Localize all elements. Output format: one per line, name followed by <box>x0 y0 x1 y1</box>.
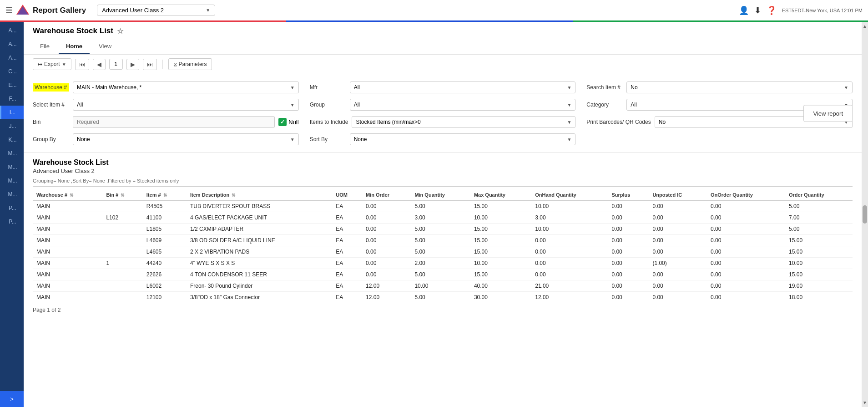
col-max-qty[interactable]: Max Quantity <box>470 189 531 201</box>
table-cell: 3/8"OD x 18" Gas Connector <box>187 292 332 303</box>
scroll-up-icon[interactable]: ▲ <box>863 24 867 29</box>
sidebar-item-j[interactable]: J... <box>0 119 24 133</box>
sidebar: A... A... A... C... E... F... I... J... … <box>0 22 24 407</box>
right-scrollbar[interactable]: ▲ ▼ <box>862 22 868 407</box>
last-page-button[interactable]: ⏭ <box>143 59 157 70</box>
table-row: MAINR4505TUB DIVERTER SPOUT BRASSEA0.005… <box>33 201 853 212</box>
table-cell: 19.00 <box>785 280 853 292</box>
bin-input[interactable] <box>73 116 275 128</box>
col-order-qty[interactable]: Order Quantity <box>785 189 853 201</box>
sort-by-select[interactable]: None ▼ <box>350 133 576 145</box>
table-cell: 44240 <box>143 258 187 269</box>
next-page-button[interactable]: ▶ <box>126 59 139 70</box>
table-cell: 15.00 <box>785 269 853 280</box>
scroll-down-icon[interactable]: ▼ <box>863 400 867 405</box>
sidebar-item-a1[interactable]: A... <box>0 24 24 37</box>
sidebar-item-m2[interactable]: M... <box>0 160 24 174</box>
first-page-button[interactable]: ⏮ <box>75 59 89 70</box>
col-uom[interactable]: UOM <box>332 189 362 201</box>
tab-view[interactable]: View <box>91 39 119 54</box>
col-description[interactable]: Item Description ⇅ <box>187 189 332 201</box>
group-select[interactable]: All ▼ <box>350 99 576 111</box>
sidebar-item-a3[interactable]: A... <box>0 51 24 65</box>
parameters-button[interactable]: ⧖ Parameters <box>168 58 212 70</box>
tab-home[interactable]: Home <box>59 39 90 54</box>
col-onorder[interactable]: OnOrder Quantity <box>707 189 785 201</box>
col-bin[interactable]: Bin # ⇅ <box>102 189 142 201</box>
sidebar-item-c[interactable]: C... <box>0 65 24 78</box>
help-icon[interactable]: ❓ <box>767 5 777 15</box>
warehouse-param: Warehouse # MAIN - Main Warehouse, * ▼ <box>33 81 299 93</box>
select-item-select[interactable]: All ▼ <box>73 99 299 111</box>
col-warehouse[interactable]: Warehouse # ⇅ <box>33 189 102 201</box>
mfr-select[interactable]: All ▼ <box>350 81 576 93</box>
main-layout: A... A... A... C... E... F... I... J... … <box>0 22 868 407</box>
table-cell: 0.00 <box>608 280 649 292</box>
table-cell: 10.00 <box>531 224 608 235</box>
col-item[interactable]: Item # ⇅ <box>143 189 187 201</box>
export-button[interactable]: ↦ Export ▼ <box>33 58 71 70</box>
sidebar-item-k[interactable]: K... <box>0 133 24 147</box>
table-cell: 0.00 <box>707 235 785 246</box>
search-item-select[interactable]: No ▼ <box>626 81 853 93</box>
table-cell: 15.00 <box>785 246 853 258</box>
sidebar-item-m3[interactable]: M... <box>0 174 24 188</box>
table-cell: 0.00 <box>707 269 785 280</box>
col-min-order[interactable]: Min Order <box>362 189 411 201</box>
table-body: MAINR4505TUB DIVERTER SPOUT BRASSEA0.005… <box>33 201 853 303</box>
table-row: MAINL46093/8 OD SOLDER A/C LIQUID LINEEA… <box>33 235 853 246</box>
warehouse-select[interactable]: MAIN - Main Warehouse, * ▼ <box>73 81 299 93</box>
param-grid: Warehouse # MAIN - Main Warehouse, * ▼ M… <box>33 81 853 145</box>
col-min-qty[interactable]: Min Quantity <box>411 189 470 201</box>
tab-file[interactable]: File <box>33 39 57 54</box>
person-icon[interactable]: 👤 <box>739 5 749 15</box>
sidebar-item-p1[interactable]: P... <box>0 201 24 215</box>
favorite-star-icon[interactable]: ☆ <box>117 27 123 36</box>
sidebar-item-e[interactable]: E... <box>0 78 24 92</box>
col-surplus[interactable]: Surplus <box>608 189 649 201</box>
table-header-row: Warehouse # ⇅ Bin # ⇅ Item # ⇅ Item Desc… <box>33 189 853 201</box>
sidebar-item-a2[interactable]: A... <box>0 37 24 51</box>
sidebar-item-i[interactable]: I... <box>0 106 24 119</box>
scrollbar-thumb[interactable] <box>863 205 867 224</box>
table-cell: 3.00 <box>411 212 470 224</box>
table-cell: 10.00 <box>470 258 531 269</box>
sidebar-item-m4[interactable]: M... <box>0 188 24 201</box>
table-cell: MAIN <box>33 212 102 224</box>
table-cell: 0.00 <box>608 224 649 235</box>
table-row: MAINL6002Freon- 30 Pound CylinderEA12.00… <box>33 280 853 292</box>
col-onhand[interactable]: OnHand Quantity <box>531 189 608 201</box>
table-cell: 0.00 <box>362 246 411 258</box>
prev-page-button[interactable]: ◀ <box>93 59 106 70</box>
null-checkbox-container: Null <box>278 118 298 126</box>
table-cell: EA <box>332 246 362 258</box>
group-by-select[interactable]: None ▼ <box>73 133 299 145</box>
table-cell: 15.00 <box>470 201 531 212</box>
hamburger-menu[interactable]: ☰ <box>5 5 13 15</box>
app-title: Report Gallery <box>33 6 86 15</box>
table-cell: 10.00 <box>531 201 608 212</box>
content-area: Warehouse Stock List ☆ File Home View ↦ … <box>24 22 862 407</box>
table-cell: 0.00 <box>649 224 707 235</box>
stock-table: Warehouse # ⇅ Bin # ⇅ Item # ⇅ Item Desc… <box>33 189 853 303</box>
report-dropdown[interactable]: Advanced User Class 2 ▼ <box>97 5 215 16</box>
empty-param-cell <box>586 133 853 145</box>
null-checkbox[interactable] <box>278 118 287 126</box>
table-cell: 3.00 <box>531 212 608 224</box>
tab-bar: File Home View <box>33 39 853 54</box>
group-param: Group All ▼ <box>310 99 576 111</box>
table-cell <box>102 201 142 212</box>
items-include-select[interactable]: Stocked Items (min/max>0 ▼ <box>352 116 575 128</box>
sidebar-expand-button[interactable]: > <box>0 391 24 407</box>
sidebar-item-f[interactable]: F... <box>0 92 24 106</box>
view-report-button[interactable]: View report <box>803 105 853 122</box>
table-cell: 0.00 <box>362 258 411 269</box>
sidebar-item-m1[interactable]: M... <box>0 147 24 160</box>
download-icon[interactable]: ⬇ <box>754 5 761 15</box>
col-unposted[interactable]: Unposted IC <box>649 189 707 201</box>
table-cell <box>102 246 142 258</box>
search-item-value: No <box>631 84 637 91</box>
table-cell: 0.00 <box>649 292 707 303</box>
table-cell: 0.00 <box>608 212 649 224</box>
sidebar-item-p2[interactable]: P... <box>0 215 24 229</box>
